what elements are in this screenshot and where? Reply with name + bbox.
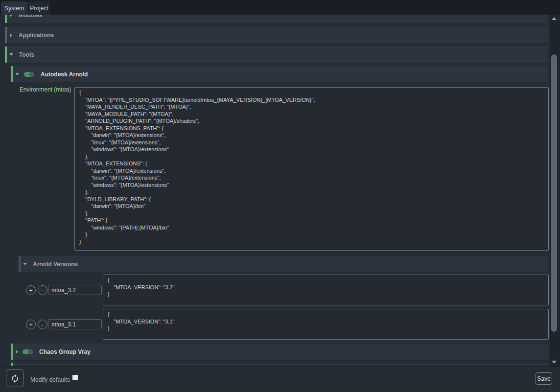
scroll-up-button[interactable]: [550, 15, 558, 23]
settings-scroll-area: Modules Applications Tools Autodesk Arno…: [0, 15, 550, 366]
applications-title: Applications: [19, 32, 54, 39]
refresh-button[interactable]: [6, 369, 23, 387]
vray-toggle-knob: [28, 349, 33, 354]
arnold-accent-bar: [11, 66, 13, 82]
environment-mtoa-textarea[interactable]: { "MTOA": "{PYPE_STUDIO_SOFTWARE}/arnold…: [74, 87, 549, 251]
section-partial-next: [11, 363, 548, 366]
applications-expander-icon[interactable]: [10, 33, 12, 37]
settings-window: System Project Modules Applications Tool…: [0, 0, 560, 392]
tools-accent-bar: [5, 46, 7, 63]
arnold-enabled-toggle[interactable]: [24, 72, 34, 77]
version-2-value-textarea[interactable]: { "MTOA_VERSION": "3.1" }: [103, 309, 549, 340]
vray-accent-bar: [11, 344, 13, 360]
section-arnold-versions[interactable]: Arnold Versions: [19, 256, 548, 272]
section-autodesk-arnold[interactable]: Autodesk Arnold: [11, 66, 548, 82]
vertical-scrollbar[interactable]: [550, 15, 560, 366]
version-1-remove-button[interactable]: -: [38, 285, 47, 295]
applications-accent-bar: [5, 27, 7, 43]
vray-enabled-toggle[interactable]: [23, 349, 33, 354]
arnold-toggle-knob: [29, 72, 34, 77]
environment-mtoa-label: Environment (mtoa): [0, 86, 71, 93]
version-2-add-button[interactable]: +: [26, 320, 36, 329]
scroll-down-button[interactable]: [550, 358, 558, 366]
vray-title: Chaos Group Vray: [39, 348, 91, 355]
section-chaos-group-vray[interactable]: Chaos Group Vray: [11, 344, 548, 360]
modules-expander-icon[interactable]: [10, 15, 12, 17]
refresh-icon: [10, 374, 20, 383]
vray-expander-icon[interactable]: [16, 350, 18, 354]
scrollbar-track[interactable]: [550, 23, 558, 358]
tab-system[interactable]: System: [1, 1, 27, 15]
section-tools[interactable]: Tools: [5, 46, 548, 63]
arnold-versions-title: Arnold Versions: [33, 261, 78, 268]
version-1-add-button[interactable]: +: [26, 285, 36, 295]
version-1-value-textarea[interactable]: { "MTOA_VERSION": "3.2" }: [103, 275, 549, 305]
modify-defaults-checkbox[interactable]: [72, 375, 78, 380]
section-modules[interactable]: Modules: [5, 15, 548, 23]
scroll-up-icon: [552, 17, 557, 20]
section-applications[interactable]: Applications: [5, 27, 548, 43]
version-2-remove-button[interactable]: -: [38, 320, 47, 329]
save-button[interactable]: Save: [536, 372, 552, 385]
scroll-down-icon: [552, 361, 557, 364]
tab-bar: System Project: [0, 0, 560, 15]
modules-title: Modules: [19, 15, 43, 19]
arnold-title: Autodesk Arnold: [41, 71, 88, 78]
modify-defaults-label: Modify defaults: [30, 367, 70, 392]
partial-accent-bar: [11, 363, 13, 366]
tools-expander-icon[interactable]: [9, 53, 13, 56]
tools-title: Tools: [19, 51, 34, 58]
tab-project[interactable]: Project: [28, 1, 50, 15]
modules-accent-bar: [5, 15, 7, 23]
arnold-versions-expander-icon[interactable]: [23, 263, 27, 265]
scrollbar-thumb[interactable]: [551, 54, 557, 332]
arnold-expander-icon[interactable]: [15, 73, 19, 75]
footer-bar: Modify defaults Save: [0, 366, 560, 392]
version-1-key-input[interactable]: [48, 285, 102, 295]
version-2-key-input[interactable]: [48, 319, 102, 329]
arnold-versions-accent-bar: [19, 256, 21, 272]
